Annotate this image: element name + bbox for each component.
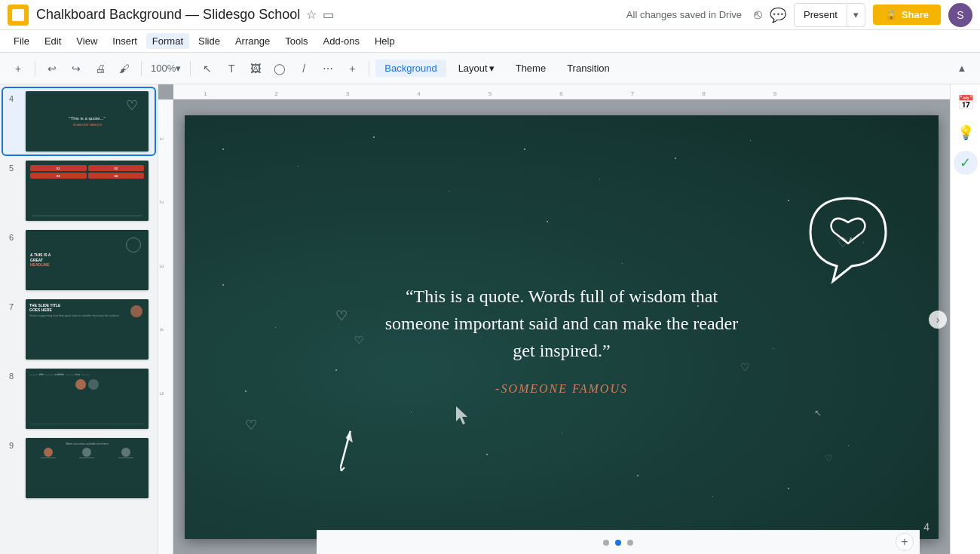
share-label: Share bbox=[902, 9, 929, 20]
slide-num-8: 8 bbox=[9, 369, 20, 381]
paint-format-button[interactable]: 🖌 bbox=[114, 58, 135, 79]
menu-bar: File Edit View Insert Format Slide Arran… bbox=[0, 30, 980, 53]
slide-page-number: 4 bbox=[923, 521, 929, 533]
slide-num-6: 6 bbox=[9, 230, 20, 242]
menu-format[interactable]: Format bbox=[146, 33, 189, 49]
check-circle-icon: ✓ bbox=[960, 155, 971, 171]
slide-preview-6: & THIS IS AGREATHEADLINE bbox=[26, 230, 149, 290]
svg-marker-3 bbox=[344, 430, 356, 444]
slide-num-4: 4 bbox=[9, 91, 20, 103]
slide-thumb-9[interactable]: 9 Meet our team subtitle text here bbox=[3, 435, 155, 501]
background-button[interactable]: Background bbox=[375, 60, 446, 77]
slide-canvas[interactable]: ♡ ♡ ♡ ♡ ♡ ♡ bbox=[185, 115, 939, 539]
image-tool[interactable]: 🖼 bbox=[245, 58, 266, 79]
text-tool[interactable]: T bbox=[221, 58, 242, 79]
comment-add-button[interactable]: + bbox=[341, 58, 363, 79]
present-button[interactable]: Present ▾ bbox=[794, 3, 865, 27]
toolbar-minimize[interactable]: ▲ bbox=[951, 58, 972, 79]
cursor-decoration bbox=[452, 405, 475, 430]
line-tool[interactable]: / bbox=[293, 58, 314, 79]
avatar[interactable]: S bbox=[948, 3, 972, 27]
slide-preview-9: Meet our team subtitle text here bbox=[26, 438, 149, 498]
menu-edit[interactable]: Edit bbox=[38, 33, 67, 49]
next-slide-arrow[interactable]: › bbox=[929, 311, 947, 329]
slide-preview-7: THE SLIDE TITLEGOES HERE Some supporting… bbox=[26, 299, 149, 360]
header-right: ⎋ 💬 Present ▾ 🔒 Share S bbox=[754, 3, 972, 27]
author-content: -SOMEONE FAMOUS bbox=[495, 382, 628, 395]
bulb-panel-button[interactable]: 💡 bbox=[954, 121, 978, 145]
menu-arrange[interactable]: Arrange bbox=[229, 33, 276, 49]
svg-line-2 bbox=[327, 430, 363, 467]
quote-author[interactable]: -SOMEONE FAMOUS bbox=[495, 382, 628, 396]
mouse-cursor: ↖ bbox=[814, 408, 822, 418]
slide-sidebar: 4 "This is a quote..." -SOMEONE FAMOUS ♡… bbox=[0, 84, 158, 554]
title-bar: Chalkboard Background — Slidesgo School … bbox=[0, 0, 980, 30]
slide-num-5: 5 bbox=[9, 161, 20, 173]
bulb-icon: 💡 bbox=[957, 124, 974, 141]
heart-icon-1: ♡ bbox=[335, 308, 348, 324]
redo-button[interactable]: ↪ bbox=[66, 58, 87, 79]
slide-thumb-7[interactable]: 7 THE SLIDE TITLEGOES HERE Some supporti… bbox=[3, 296, 155, 363]
folder-icon[interactable]: ▭ bbox=[323, 8, 334, 22]
menu-file[interactable]: File bbox=[8, 33, 35, 49]
heart-icon-2: ♡ bbox=[354, 334, 364, 346]
menu-insert[interactable]: Insert bbox=[106, 33, 143, 49]
shapes-tool[interactable]: ◯ bbox=[269, 58, 290, 79]
calendar-icon: 📅 bbox=[957, 94, 974, 111]
ruler-top: 1 2 3 4 5 6 7 8 9 bbox=[173, 84, 950, 99]
slide-thumb-6[interactable]: 6 & THIS IS AGREATHEADLINE bbox=[3, 227, 155, 293]
canvas-area: 1 2 3 4 5 6 7 8 9 1 2 3 4 5 bbox=[158, 84, 950, 554]
slide-thumb-8[interactable]: 8 ——— title ——— subtitle ——— text ——— bbox=[3, 366, 155, 432]
share-button[interactable]: 🔒 Share bbox=[873, 5, 941, 25]
bottom-bar: + bbox=[317, 530, 920, 554]
heart-icon-3: ♡ bbox=[838, 236, 848, 250]
menu-slide[interactable]: Slide bbox=[192, 33, 226, 49]
menu-tools[interactable]: Tools bbox=[279, 33, 314, 49]
quote-text[interactable]: “This is a quote. Words full of wisdom t… bbox=[373, 282, 750, 363]
heart-speech-bubble bbox=[803, 191, 893, 291]
theme-button[interactable]: Theme bbox=[507, 60, 555, 77]
slide-preview-5: 01 02 03 04 bbox=[26, 161, 149, 221]
right-panel: 📅 💡 ✓ bbox=[950, 84, 980, 554]
menu-help[interactable]: Help bbox=[369, 33, 401, 49]
title-icons: ☆ ▭ bbox=[306, 8, 334, 22]
slide-thumb-4[interactable]: 4 "This is a quote..." -SOMEONE FAMOUS ♡ bbox=[3, 88, 155, 155]
transition-button[interactable]: Transition bbox=[558, 60, 619, 77]
present-dropdown-arrow[interactable]: ▾ bbox=[847, 4, 865, 26]
zoom-control[interactable]: 100% ▾ bbox=[148, 63, 184, 74]
add-slide-button[interactable]: + bbox=[8, 58, 29, 79]
autosave-status: All changes saved in Drive bbox=[626, 9, 742, 20]
ruler-left: 1 2 3 4 5 bbox=[158, 99, 173, 554]
layout-button[interactable]: Layout ▾ bbox=[449, 60, 504, 77]
menu-view[interactable]: View bbox=[70, 33, 103, 49]
trend-button[interactable]: ⎋ bbox=[754, 7, 762, 23]
undo-button[interactable]: ↩ bbox=[41, 58, 63, 79]
more-tools[interactable]: ⋯ bbox=[317, 58, 338, 79]
menu-addons[interactable]: Add-ons bbox=[317, 33, 366, 49]
present-label[interactable]: Present bbox=[795, 4, 847, 26]
lock-icon: 🔒 bbox=[885, 9, 897, 20]
heart-icon-6: ♡ bbox=[825, 453, 833, 464]
bottom-dot-1[interactable] bbox=[603, 540, 609, 546]
slide-num-7: 7 bbox=[9, 299, 20, 311]
slide-preview-8: ——— title ——— subtitle ——— text ——— bbox=[26, 369, 149, 429]
check-panel-button[interactable]: ✓ bbox=[954, 151, 978, 175]
calendar-panel-button[interactable]: 📅 bbox=[954, 90, 978, 115]
add-slide-bottom-button[interactable]: + bbox=[896, 533, 914, 551]
print-button[interactable]: 🖨 bbox=[90, 58, 111, 79]
star-icon[interactable]: ☆ bbox=[306, 8, 317, 22]
app-icon bbox=[8, 5, 29, 26]
toolbar: + ↩ ↪ 🖨 🖌 100% ▾ ↖ T 🖼 ◯ / ⋯ + Backgroun… bbox=[0, 53, 980, 84]
zoom-value: 100% bbox=[151, 63, 176, 74]
doc-title: Chalkboard Background — Slidesgo School bbox=[36, 7, 300, 23]
quote-content: “This is a quote. Words full of wisdom t… bbox=[385, 286, 738, 360]
slide-preview-4: "This is a quote..." -SOMEONE FAMOUS ♡ bbox=[26, 91, 149, 152]
comment-button[interactable]: 💬 bbox=[770, 7, 786, 23]
slide-thumb-5[interactable]: 5 01 02 03 04 bbox=[3, 158, 155, 224]
bottom-dot-2[interactable] bbox=[615, 540, 621, 546]
bottom-dot-3[interactable] bbox=[627, 540, 633, 546]
slide-num-9: 9 bbox=[9, 438, 20, 450]
layout-label: Layout bbox=[458, 63, 488, 74]
main-area: 4 "This is a quote..." -SOMEONE FAMOUS ♡… bbox=[0, 84, 980, 554]
select-tool[interactable]: ↖ bbox=[197, 58, 218, 79]
